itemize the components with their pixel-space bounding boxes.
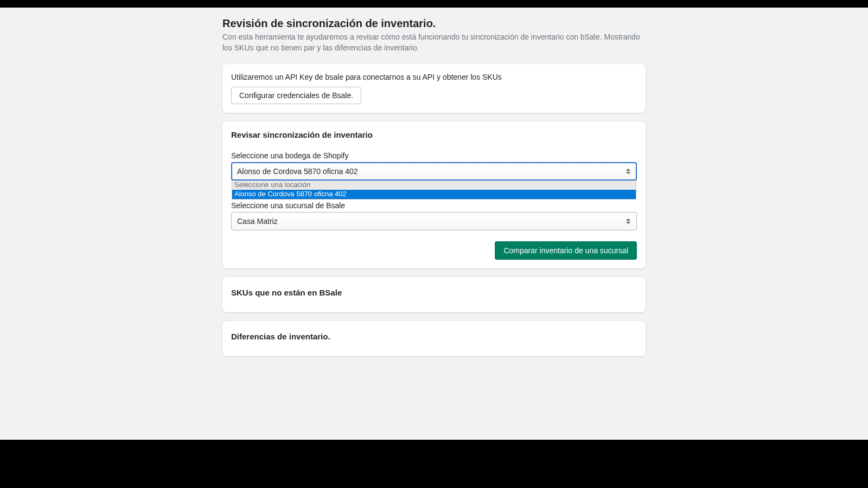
page-description: Con esta herramienta te ayudaremos a rev…: [222, 32, 646, 53]
inventory-differences-title: Diferencias de inventario.: [231, 332, 637, 341]
sync-review-title: Revisar sincronización de inventario: [231, 130, 637, 139]
page-wrapper: Revisión de sincronización de inventario…: [0, 8, 868, 440]
shopify-warehouse-select[interactable]: Alonso de Cordova 5870 oficna 402: [231, 162, 637, 181]
missing-skus-title: SKUs que no están en BSale: [231, 288, 637, 297]
dropdown-placeholder-option[interactable]: Seleccione una locación: [232, 181, 636, 190]
bsale-branch-label: Seleccione una sucursal de Bsale: [231, 201, 637, 210]
missing-skus-card: SKUs que no están en BSale: [222, 277, 646, 312]
credentials-info-text: Utilizaremos un API Key de bsale para co…: [231, 73, 637, 81]
inventory-differences-card: Diferencias de inventario.: [222, 321, 646, 356]
action-row: Comparar inventario de una sucursal: [231, 241, 637, 260]
bsale-select-wrapper: Casa Matriz: [231, 212, 637, 230]
sync-review-card: Revisar sincronización de inventario Sel…: [222, 121, 646, 268]
credentials-card: Utilizaremos un API Key de bsale para co…: [222, 64, 646, 113]
shopify-warehouse-group: Seleccione una bodega de Shopify Alonso …: [231, 151, 637, 181]
bsale-branch-select[interactable]: Casa Matriz: [231, 212, 637, 230]
compare-inventory-button[interactable]: Comparar inventario de una sucursal: [495, 241, 637, 260]
container: Revisión de sincronización de inventario…: [222, 8, 646, 356]
shopify-warehouse-label: Seleccione una bodega de Shopify: [231, 151, 637, 160]
bsale-branch-group: Seleccione una sucursal de Bsale Casa Ma…: [231, 201, 637, 230]
shopify-select-wrapper: Alonso de Cordova 5870 oficna 402 Selecc…: [231, 162, 637, 181]
dropdown-option-selected[interactable]: Alonso de Cordova 5870 oficna 402: [232, 190, 636, 199]
configure-credentials-button[interactable]: Configurar credenciales de Bsale.: [231, 87, 361, 104]
shopify-dropdown-overlay: Seleccione una locación Alonso de Cordov…: [232, 181, 636, 200]
page-title: Revisión de sincronización de inventario…: [222, 17, 646, 30]
